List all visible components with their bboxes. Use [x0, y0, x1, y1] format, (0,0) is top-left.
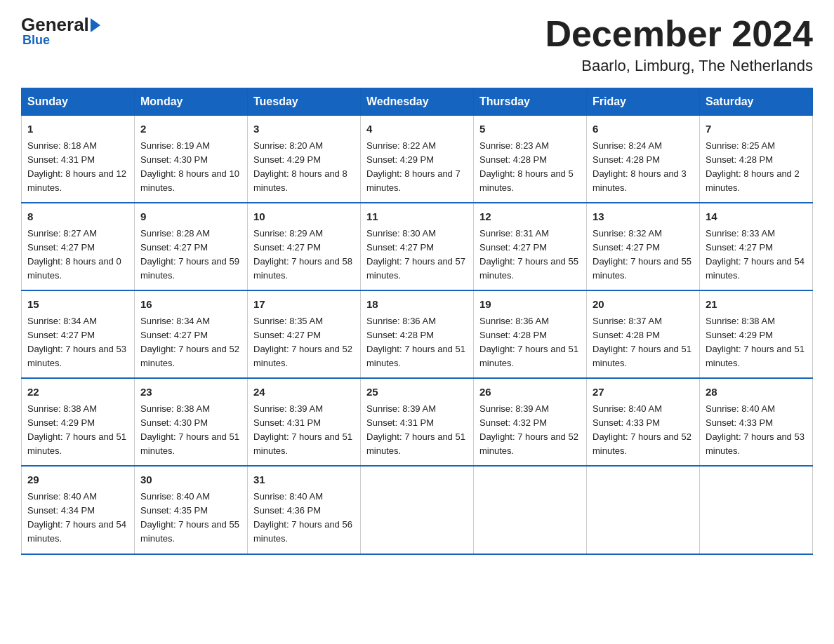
table-row: 26 Sunrise: 8:39 AMSunset: 4:32 PMDaylig…	[474, 378, 587, 466]
day-number: 12	[479, 209, 581, 225]
day-info: Sunrise: 8:25 AMSunset: 4:28 PMDaylight:…	[706, 139, 807, 196]
table-row: 12 Sunrise: 8:31 AMSunset: 4:27 PMDaylig…	[474, 203, 587, 290]
day-info: Sunrise: 8:31 AMSunset: 4:27 PMDaylight:…	[479, 227, 581, 283]
day-number: 15	[27, 297, 128, 313]
day-info: Sunrise: 8:36 AMSunset: 4:28 PMDaylight:…	[366, 314, 468, 371]
day-number: 26	[479, 384, 581, 401]
day-number: 24	[253, 384, 355, 401]
day-number: 13	[593, 209, 694, 225]
day-info: Sunrise: 8:23 AMSunset: 4:28 PMDaylight:…	[479, 139, 581, 196]
day-info: Sunrise: 8:29 AMSunset: 4:27 PMDaylight:…	[253, 227, 355, 283]
title-area: December 2024 Baarlo, Limburg, The Nethe…	[545, 14, 813, 75]
day-number: 3	[253, 121, 355, 137]
day-number: 11	[366, 209, 468, 225]
day-info: Sunrise: 8:40 AMSunset: 4:36 PMDaylight:…	[253, 490, 355, 546]
table-row: 1 Sunrise: 8:18 AMSunset: 4:31 PMDayligh…	[22, 116, 135, 203]
location-subtitle: Baarlo, Limburg, The Netherlands	[545, 57, 813, 75]
calendar-table: Sunday Monday Tuesday Wednesday Thursday…	[21, 88, 813, 554]
day-number: 14	[706, 209, 807, 225]
table-row: 23 Sunrise: 8:38 AMSunset: 4:30 PMDaylig…	[135, 378, 248, 466]
logo-blue: Blue	[22, 33, 50, 48]
day-number: 9	[140, 209, 241, 225]
day-info: Sunrise: 8:27 AMSunset: 4:27 PMDaylight:…	[27, 227, 128, 283]
table-row: 29 Sunrise: 8:40 AMSunset: 4:34 PMDaylig…	[22, 466, 135, 554]
table-row: 25 Sunrise: 8:39 AMSunset: 4:31 PMDaylig…	[361, 378, 474, 466]
table-row: 11 Sunrise: 8:30 AMSunset: 4:27 PMDaylig…	[361, 203, 474, 290]
day-info: Sunrise: 8:30 AMSunset: 4:27 PMDaylight:…	[366, 227, 468, 283]
col-tuesday: Tuesday	[248, 88, 361, 116]
table-row: 16 Sunrise: 8:34 AMSunset: 4:27 PMDaylig…	[135, 290, 248, 378]
day-info: Sunrise: 8:36 AMSunset: 4:28 PMDaylight:…	[479, 314, 581, 371]
col-saturday: Saturday	[700, 88, 813, 116]
table-row: 17 Sunrise: 8:35 AMSunset: 4:27 PMDaylig…	[248, 290, 361, 378]
table-row: 21 Sunrise: 8:38 AMSunset: 4:29 PMDaylig…	[700, 290, 813, 378]
day-info: Sunrise: 8:39 AMSunset: 4:31 PMDaylight:…	[366, 402, 468, 459]
day-number: 5	[479, 121, 581, 137]
col-sunday: Sunday	[22, 88, 135, 116]
day-number: 20	[593, 297, 694, 313]
table-row: 22 Sunrise: 8:38 AMSunset: 4:29 PMDaylig…	[22, 378, 135, 466]
day-info: Sunrise: 8:34 AMSunset: 4:27 PMDaylight:…	[27, 314, 128, 371]
day-info: Sunrise: 8:38 AMSunset: 4:30 PMDaylight:…	[140, 402, 241, 459]
table-row: 15 Sunrise: 8:34 AMSunset: 4:27 PMDaylig…	[22, 290, 135, 378]
day-number: 2	[140, 121, 241, 137]
table-row: 19 Sunrise: 8:36 AMSunset: 4:28 PMDaylig…	[474, 290, 587, 378]
day-info: Sunrise: 8:19 AMSunset: 4:30 PMDaylight:…	[140, 139, 241, 196]
day-info: Sunrise: 8:40 AMSunset: 4:33 PMDaylight:…	[706, 402, 807, 459]
day-number: 18	[366, 297, 468, 313]
table-row: 18 Sunrise: 8:36 AMSunset: 4:28 PMDaylig…	[361, 290, 474, 378]
table-row: 14 Sunrise: 8:33 AMSunset: 4:27 PMDaylig…	[700, 203, 813, 290]
table-row: 24 Sunrise: 8:39 AMSunset: 4:31 PMDaylig…	[248, 378, 361, 466]
day-number: 22	[27, 384, 128, 401]
day-info: Sunrise: 8:28 AMSunset: 4:27 PMDaylight:…	[140, 227, 241, 283]
day-number: 10	[253, 209, 355, 225]
day-number: 21	[706, 297, 807, 313]
table-row: 5 Sunrise: 8:23 AMSunset: 4:28 PMDayligh…	[474, 116, 587, 203]
day-info: Sunrise: 8:33 AMSunset: 4:27 PMDaylight:…	[706, 227, 807, 283]
logo: General Blue	[21, 14, 102, 48]
table-row	[361, 466, 474, 554]
day-info: Sunrise: 8:18 AMSunset: 4:31 PMDaylight:…	[27, 139, 128, 196]
table-row: 8 Sunrise: 8:27 AMSunset: 4:27 PMDayligh…	[22, 203, 135, 290]
day-number: 6	[593, 121, 694, 137]
table-row: 7 Sunrise: 8:25 AMSunset: 4:28 PMDayligh…	[700, 116, 813, 203]
table-row	[700, 466, 813, 554]
table-row: 10 Sunrise: 8:29 AMSunset: 4:27 PMDaylig…	[248, 203, 361, 290]
day-info: Sunrise: 8:39 AMSunset: 4:31 PMDaylight:…	[253, 402, 355, 459]
day-number: 8	[27, 209, 128, 225]
table-row: 3 Sunrise: 8:20 AMSunset: 4:29 PMDayligh…	[248, 116, 361, 203]
calendar-week-row: 15 Sunrise: 8:34 AMSunset: 4:27 PMDaylig…	[22, 290, 813, 378]
day-number: 19	[479, 297, 581, 313]
table-row: 28 Sunrise: 8:40 AMSunset: 4:33 PMDaylig…	[700, 378, 813, 466]
day-info: Sunrise: 8:40 AMSunset: 4:35 PMDaylight:…	[140, 490, 241, 546]
day-number: 28	[706, 384, 807, 401]
calendar-week-row: 1 Sunrise: 8:18 AMSunset: 4:31 PMDayligh…	[22, 116, 813, 203]
day-number: 17	[253, 297, 355, 313]
day-number: 4	[366, 121, 468, 137]
day-info: Sunrise: 8:20 AMSunset: 4:29 PMDaylight:…	[253, 139, 355, 196]
table-row: 13 Sunrise: 8:32 AMSunset: 4:27 PMDaylig…	[587, 203, 700, 290]
day-info: Sunrise: 8:34 AMSunset: 4:27 PMDaylight:…	[140, 314, 241, 371]
calendar-week-row: 22 Sunrise: 8:38 AMSunset: 4:29 PMDaylig…	[22, 378, 813, 466]
day-info: Sunrise: 8:40 AMSunset: 4:33 PMDaylight:…	[593, 402, 694, 459]
day-info: Sunrise: 8:22 AMSunset: 4:29 PMDaylight:…	[366, 139, 468, 196]
day-info: Sunrise: 8:40 AMSunset: 4:34 PMDaylight:…	[27, 490, 128, 546]
day-number: 1	[27, 121, 128, 137]
day-number: 23	[140, 384, 241, 401]
day-number: 29	[27, 472, 128, 488]
col-friday: Friday	[587, 88, 700, 116]
day-info: Sunrise: 8:38 AMSunset: 4:29 PMDaylight:…	[706, 314, 807, 371]
day-info: Sunrise: 8:38 AMSunset: 4:29 PMDaylight:…	[27, 402, 128, 459]
col-thursday: Thursday	[474, 88, 587, 116]
day-info: Sunrise: 8:35 AMSunset: 4:27 PMDaylight:…	[253, 314, 355, 371]
day-number: 25	[366, 384, 468, 401]
day-number: 16	[140, 297, 241, 313]
table-row: 2 Sunrise: 8:19 AMSunset: 4:30 PMDayligh…	[135, 116, 248, 203]
table-row: 4 Sunrise: 8:22 AMSunset: 4:29 PMDayligh…	[361, 116, 474, 203]
table-row: 27 Sunrise: 8:40 AMSunset: 4:33 PMDaylig…	[587, 378, 700, 466]
day-info: Sunrise: 8:37 AMSunset: 4:28 PMDaylight:…	[593, 314, 694, 371]
day-number: 31	[253, 472, 355, 488]
table-row: 6 Sunrise: 8:24 AMSunset: 4:28 PMDayligh…	[587, 116, 700, 203]
calendar-week-row: 29 Sunrise: 8:40 AMSunset: 4:34 PMDaylig…	[22, 466, 813, 554]
day-info: Sunrise: 8:39 AMSunset: 4:32 PMDaylight:…	[479, 402, 581, 459]
